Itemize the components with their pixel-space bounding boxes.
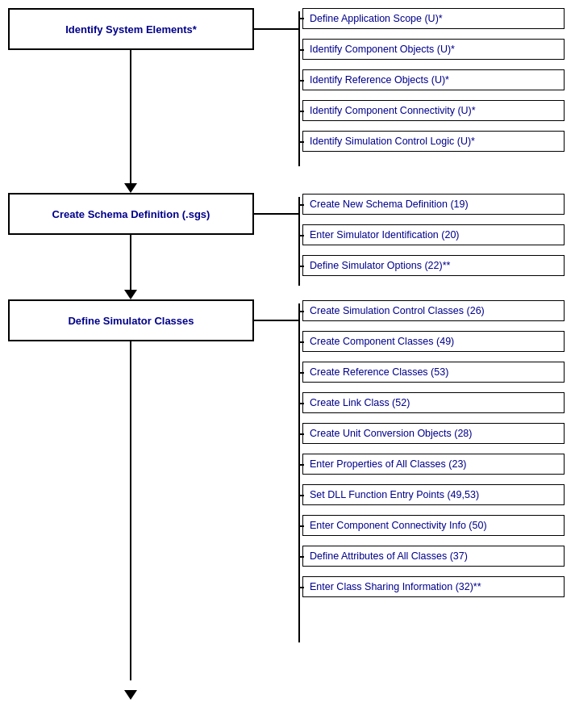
identify-system-label: Identify System Elements* [65,23,197,36]
enter-class-sharing-label: Enter Class Sharing Information (32)** [310,581,481,592]
h-tick-3-7 [298,525,304,527]
arrow-1 [124,183,137,193]
h-tick-1-1 [298,49,304,51]
define-simulator-options-box[interactable]: Define Simulator Options (22)** [302,255,565,276]
bracket-v-2 [298,197,300,286]
h-connector-3 [254,320,300,321]
create-schema-label: Create Schema Definition (.sgs) [52,208,210,220]
h-tick-2-0 [298,204,304,206]
bracket-v-3 [298,303,300,642]
create-component-classes-box[interactable]: Create Component Classes (49) [302,331,565,352]
h-connector-1 [254,28,300,30]
create-link-class-box[interactable]: Create Link Class (52) [302,392,565,413]
create-link-class-label: Create Link Class (52) [310,397,410,408]
create-new-schema-box[interactable]: Create New Schema Definition (19) [302,194,565,215]
enter-component-connectivity-box[interactable]: Enter Component Connectivity Info (50) [302,515,565,536]
enter-component-connectivity-label: Enter Component Connectivity Info (50) [310,520,487,531]
h-tick-3-8 [298,556,304,558]
define-simulator-classes-box: Define Simulator Classes [8,299,254,341]
h-tick-1-2 [298,80,304,82]
define-attributes-all-classes-box[interactable]: Define Attributes of All Classes (37) [302,546,565,567]
define-simulator-label: Define Simulator Classes [68,315,194,327]
set-dll-function-label: Set DLL Function Entry Points (49,53) [310,489,479,500]
h-tick-3-1 [298,341,304,343]
h-tick-1-4 [298,141,304,143]
identify-component-objects-box[interactable]: Identify Component Objects (U)* [302,39,565,60]
define-attributes-all-classes-label: Define Attributes of All Classes (37) [310,550,468,562]
identify-component-connectivity-label: Identify Component Connectivity (U)* [310,105,476,116]
identify-reference-objects-label: Identify Reference Objects (U)* [310,74,449,86]
define-simulator-options-label: Define Simulator Options (22)** [310,260,450,271]
arrow-3 [124,690,137,700]
create-simulation-control-classes-label: Create Simulation Control Classes (26) [310,305,485,316]
identify-component-connectivity-box[interactable]: Identify Component Connectivity (U)* [302,100,565,121]
create-schema-box: Create Schema Definition (.sgs) [8,193,254,235]
arrow-2 [124,290,137,299]
enter-simulator-id-box[interactable]: Enter Simulator Identification (20) [302,224,565,245]
create-component-classes-label: Create Component Classes (49) [310,336,454,347]
h-tick-3-0 [298,311,304,312]
enter-class-sharing-box[interactable]: Enter Class Sharing Information (32)** [302,576,565,597]
create-reference-classes-box[interactable]: Create Reference Classes (53) [302,362,565,383]
define-app-scope-box[interactable]: Define Application Scope (U)* [302,8,565,29]
enter-properties-all-classes-box[interactable]: Enter Properties of All Classes (23) [302,454,565,475]
create-new-schema-label: Create New Schema Definition (19) [310,199,469,210]
h-tick-3-4 [298,433,304,435]
h-tick-3-5 [298,464,304,466]
enter-properties-all-classes-label: Enter Properties of All Classes (23) [310,458,467,470]
h-tick-3-6 [298,495,304,496]
enter-simulator-id-label: Enter Simulator Identification (20) [310,229,460,241]
create-unit-conversion-box[interactable]: Create Unit Conversion Objects (28) [302,423,565,444]
identify-reference-objects-box[interactable]: Identify Reference Objects (U)* [302,69,565,90]
identify-simulation-control-label: Identify Simulation Control Logic (U)* [310,136,475,147]
h-tick-3-3 [298,403,304,404]
h-connector-2 [254,213,300,215]
v-line-1 [130,50,131,183]
identify-component-objects-label: Identify Component Objects (U)* [310,44,455,55]
set-dll-function-box[interactable]: Set DLL Function Entry Points (49,53) [302,484,565,505]
h-tick-2-1 [298,235,304,236]
h-tick-1-0 [298,18,304,19]
h-tick-2-2 [298,266,304,267]
create-simulation-control-classes-box[interactable]: Create Simulation Control Classes (26) [302,300,565,321]
v-line-2 [130,235,131,290]
create-unit-conversion-label: Create Unit Conversion Objects (28) [310,428,472,439]
bracket-v-1 [298,11,300,166]
define-app-scope-label: Define Application Scope (U)* [310,13,443,24]
v-line-3 [130,341,131,680]
identify-system-elements-box: Identify System Elements* [8,8,254,50]
h-tick-3-9 [298,587,304,588]
h-tick-1-3 [298,111,304,112]
create-reference-classes-label: Create Reference Classes (53) [310,366,448,378]
identify-simulation-control-box[interactable]: Identify Simulation Control Logic (U)* [302,131,565,152]
h-tick-3-2 [298,372,304,374]
